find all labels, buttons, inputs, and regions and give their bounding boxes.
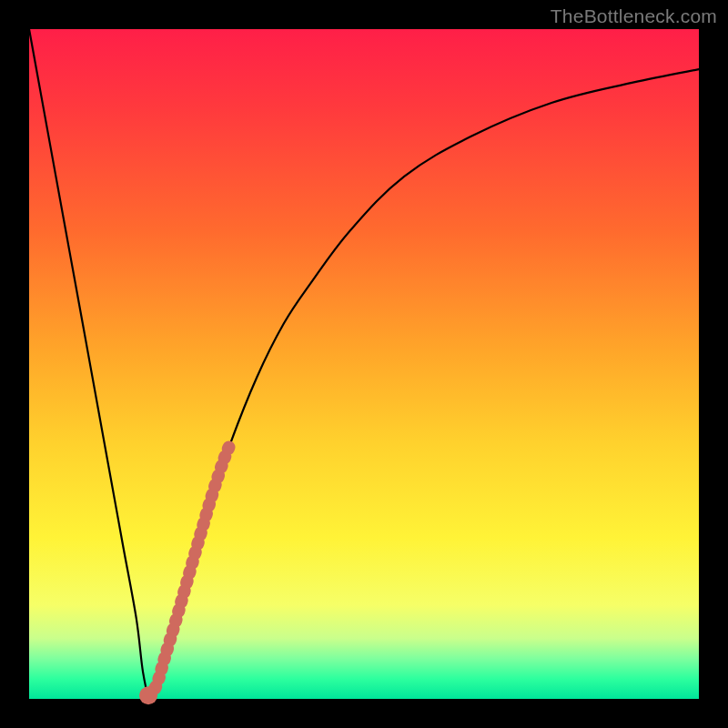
watermark-text: TheBottleneck.com [551, 5, 717, 27]
chart-svg [29, 29, 699, 699]
chart-frame: TheBottleneck.com [0, 0, 728, 728]
accent-dash [139, 444, 230, 704]
bottleneck-curve [29, 29, 699, 700]
plot-area [29, 29, 699, 699]
svg-point-0 [139, 686, 157, 704]
